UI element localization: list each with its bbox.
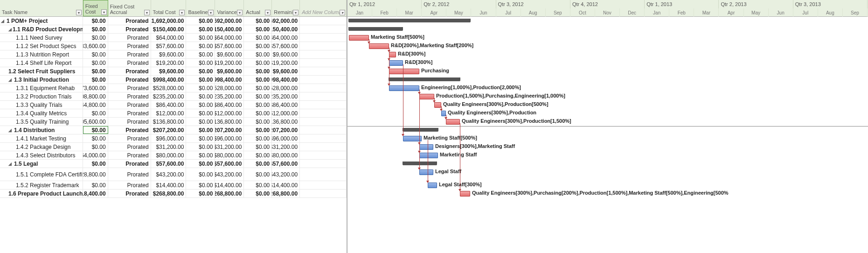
summary-bar[interactable] xyxy=(389,77,460,81)
cost-cell[interactable]: $31,200.00 xyxy=(215,143,244,151)
table-row[interactable]: ◢1 POM+ Project$0.00Prorated$1,692,000.0… xyxy=(0,17,347,25)
task-name-cell[interactable]: 1.1.2 Set Product Specs xyxy=(0,42,83,50)
task-grid[interactable]: Task Name▾ Fixed Cost▾ Fixed Cost Accrua… xyxy=(0,0,347,253)
cost-cell[interactable]: $0.00 xyxy=(186,143,215,151)
cost-cell[interactable]: $0.00 xyxy=(83,25,108,33)
cost-cell[interactable]: $57,600.00 xyxy=(151,42,187,50)
cost-cell[interactable]: Prorated xyxy=(108,42,151,50)
task-name-cell[interactable]: 1.3.2 Production Trials xyxy=(0,92,83,100)
chevron-down-icon[interactable]: ▾ xyxy=(293,10,299,15)
cost-cell[interactable]: $0.00 xyxy=(83,34,108,42)
cost-cell[interactable]: $0.00 xyxy=(244,25,272,33)
table-row[interactable]: 1.1.3 Nutrition Report$0.00Prorated$9,60… xyxy=(0,50,347,59)
expand-icon[interactable]: ◢ xyxy=(8,162,13,166)
cost-cell[interactable]: $0.00 xyxy=(83,17,108,25)
grid-body[interactable]: ◢1 POM+ Project$0.00Prorated$1,692,000.0… xyxy=(0,17,347,253)
cost-cell[interactable]: $207,200.00 xyxy=(151,126,187,134)
cost-cell[interactable]: 136,800.00 xyxy=(272,118,300,126)
chevron-down-icon[interactable]: ▾ xyxy=(179,10,185,15)
cost-cell[interactable]: 998,400.00 xyxy=(272,76,300,84)
cost-cell[interactable]: $0.00 xyxy=(186,59,215,67)
cost-cell[interactable]: Prorated xyxy=(108,25,151,33)
cost-cell[interactable]: $0.00 xyxy=(186,50,215,58)
task-bar[interactable] xyxy=(349,35,369,41)
cost-cell[interactable]: $9,600.00 xyxy=(215,67,244,75)
cost-cell[interactable]: Prorated xyxy=(108,92,151,100)
col-add-new[interactable]: Add New Column▾ xyxy=(300,0,347,16)
task-name-cell[interactable]: 1.3.4 Quality Metrics xyxy=(0,109,83,117)
col-variance[interactable]: Variance▾ xyxy=(215,0,244,16)
cost-cell[interactable]: $57,600.00 xyxy=(272,42,300,50)
cost-cell[interactable]: $96,000.00 xyxy=(272,134,300,142)
table-row[interactable]: 1.5.2 Register Trademark$0.00Prorated$14… xyxy=(0,181,347,190)
cost-cell[interactable]: ,692,000.00 xyxy=(215,17,244,25)
cost-cell[interactable]: $150,400.00 xyxy=(151,25,187,33)
cost-cell[interactable]: $0.00 xyxy=(83,160,108,168)
cost-cell[interactable]: $0.00 xyxy=(244,101,272,109)
cost-cell[interactable]: $0.00 xyxy=(186,134,215,142)
cost-cell[interactable]: $0.00 xyxy=(83,67,108,75)
cost-cell[interactable]: $19,200.00 xyxy=(215,59,244,67)
task-name-cell[interactable]: 1.4.2 Package Design xyxy=(0,143,83,151)
cost-cell[interactable]: Prorated xyxy=(108,134,151,142)
cost-cell[interactable]: $12,000.00 xyxy=(151,109,187,117)
cost-cell[interactable]: Prorated xyxy=(108,118,151,126)
task-name-cell[interactable]: 1.3.1 Equipment Rehab xyxy=(0,84,83,92)
table-row[interactable]: 1.5.1 Complete FDA Certification$28,800.… xyxy=(0,168,347,181)
cost-cell[interactable]: $64,000.00 xyxy=(215,34,244,42)
cost-cell[interactable]: $0.00 xyxy=(186,168,215,181)
cost-cell[interactable]: $0.00 xyxy=(186,126,215,134)
task-name-cell[interactable]: ◢1.5 Legal xyxy=(0,160,83,168)
task-name-cell[interactable]: ◢1.3 Initial Production xyxy=(0,76,83,84)
summary-bar[interactable] xyxy=(349,27,403,31)
chevron-down-icon[interactable]: ▾ xyxy=(237,10,243,15)
cost-cell[interactable]: $0.00 xyxy=(244,143,272,151)
col-total-cost[interactable]: Total Cost▾ xyxy=(151,0,187,16)
task-bar[interactable] xyxy=(441,111,446,116)
cost-cell[interactable]: $0.00 xyxy=(244,84,272,92)
cost-cell[interactable]: $0.00 xyxy=(83,59,108,67)
cost-cell[interactable]: $0.00 xyxy=(244,50,272,58)
chevron-down-icon[interactable]: ▾ xyxy=(340,10,345,15)
cost-cell[interactable]: Prorated xyxy=(108,17,151,25)
gantt-chart[interactable]: Qtr 1, 2012Qtr 2, 2012Qtr 3, 2012Qtr 4, … xyxy=(347,0,868,253)
cost-cell[interactable]: $31,200.00 xyxy=(272,143,300,151)
cost-cell[interactable]: $136,800.00 xyxy=(215,118,244,126)
cost-cell[interactable]: Prorated xyxy=(108,160,151,168)
task-name-cell[interactable]: 1.3.3 Quality Trials xyxy=(0,101,83,109)
cost-cell[interactable]: $0.00 xyxy=(244,118,272,126)
cost-cell[interactable]: $57,600.00 xyxy=(151,160,187,168)
cost-cell[interactable]: $0.00 xyxy=(83,76,108,84)
task-bar[interactable] xyxy=(369,43,389,49)
task-name-cell[interactable]: ◢1.1 R&D Product Developmen xyxy=(0,25,83,33)
cost-cell[interactable]: $0.00 xyxy=(186,17,215,25)
cost-cell[interactable]: $998,400.00 xyxy=(215,76,244,84)
task-bar[interactable] xyxy=(389,52,396,57)
table-row[interactable]: 1.1.2 Set Product Specs$33,600.00Prorate… xyxy=(0,42,347,50)
table-row[interactable]: 1.4.2 Package Design$0.00Prorated$31,200… xyxy=(0,143,347,151)
cost-cell[interactable]: $0.00 xyxy=(186,67,215,75)
cost-cell[interactable]: $43,200.00 xyxy=(215,168,244,181)
task-name-cell[interactable]: 1.4.1 Market Testing xyxy=(0,134,83,142)
cost-cell[interactable]: $268,800.00 xyxy=(215,190,244,197)
table-row[interactable]: 1.1.4 Shelf Life Report$0.00Prorated$19,… xyxy=(0,59,347,67)
cost-cell[interactable]: $86,400.00 xyxy=(215,101,244,109)
table-row[interactable]: 1.2 Select Fruit Suppliers$0.00Prorated$… xyxy=(0,67,347,76)
table-row[interactable]: ◢1.5 Legal$0.00Prorated$57,600.00$0.00$5… xyxy=(0,160,347,168)
cost-cell[interactable]: $0.00 xyxy=(83,134,108,142)
cost-cell[interactable]: $9,600.00 xyxy=(272,67,300,75)
cost-cell[interactable]: $998,400.00 xyxy=(151,76,187,84)
cost-cell[interactable]: $43,200.00 xyxy=(151,168,187,181)
cost-cell[interactable]: $9,600.00 xyxy=(151,67,187,75)
expand-icon[interactable]: ◢ xyxy=(1,19,6,23)
cost-cell[interactable]: Prorated xyxy=(108,143,151,151)
cost-cell[interactable]: $9,600.00 xyxy=(151,50,187,58)
task-name-cell[interactable]: 1.5.1 Complete FDA Certification xyxy=(0,168,83,181)
cost-cell[interactable]: $0.00 xyxy=(186,190,215,197)
cost-cell[interactable]: 105,600.00 xyxy=(83,118,108,126)
cost-cell[interactable]: Prorated xyxy=(108,181,151,189)
table-row[interactable]: ◢1.4 Distribution$0.00Prorated$207,200.0… xyxy=(0,126,347,134)
task-name-cell[interactable]: ◢1 POM+ Project xyxy=(0,17,83,25)
cost-cell[interactable]: $0.00 xyxy=(186,92,215,100)
cost-cell[interactable]: Prorated xyxy=(108,109,151,117)
